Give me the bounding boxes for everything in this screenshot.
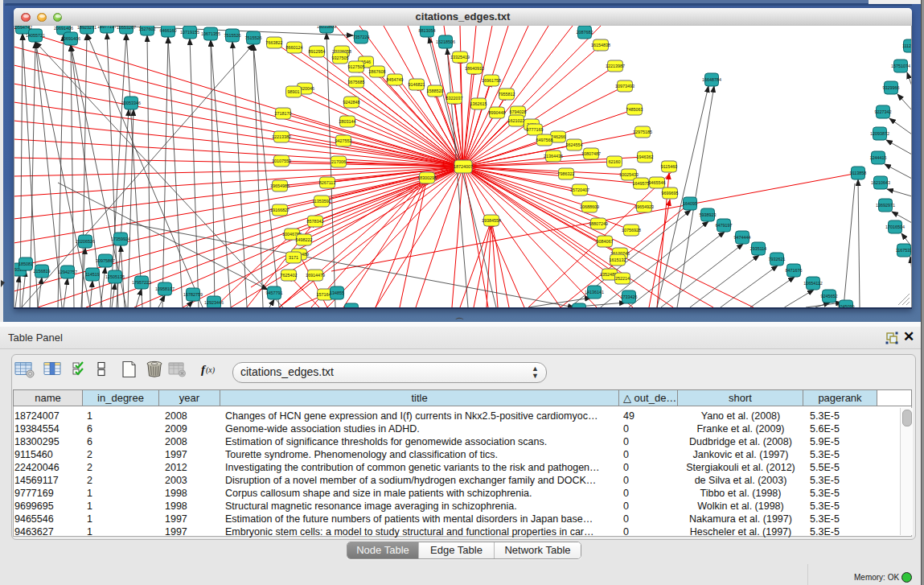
svg-text:16648784: 16648784 <box>702 77 721 82</box>
svg-text:30975867: 30975867 <box>96 258 115 263</box>
svg-text:1167533: 1167533 <box>896 248 912 253</box>
svg-text:3171: 3171 <box>289 255 298 260</box>
svg-text:12942757: 12942757 <box>58 270 77 274</box>
svg-text:7515526: 7515526 <box>245 35 262 40</box>
svg-text:10688609: 10688609 <box>580 204 599 209</box>
svg-text:19654923: 19654923 <box>634 204 654 209</box>
svg-text:6466160: 6466160 <box>160 28 177 33</box>
svg-text:9427552: 9427552 <box>335 138 352 143</box>
svg-text:9474444: 9474444 <box>734 235 751 240</box>
svg-text:9146821: 9146821 <box>409 82 425 87</box>
svg-text:16033809: 16033809 <box>317 26 336 29</box>
svg-text:18923271: 18923271 <box>77 26 97 30</box>
svg-text:10756928: 10756928 <box>622 228 641 233</box>
svg-text:7485063: 7485063 <box>626 107 643 112</box>
svg-text:20053346: 20053346 <box>121 101 141 105</box>
svg-text:19166827: 19166827 <box>270 208 290 212</box>
svg-text:9127505: 9127505 <box>348 64 365 69</box>
svg-text:16154838: 16154838 <box>591 43 610 47</box>
svg-text:10719155: 10719155 <box>180 30 199 35</box>
svg-text:20206526: 20206526 <box>76 239 95 244</box>
svg-text:7515526: 7515526 <box>224 33 241 38</box>
svg-text:20691406: 20691406 <box>54 26 73 31</box>
svg-text:1621022: 1621022 <box>508 118 525 123</box>
svg-text:12213987: 12213987 <box>606 64 625 68</box>
svg-text:1946362: 1946362 <box>637 154 654 159</box>
svg-text:9329966: 9329966 <box>883 85 900 90</box>
svg-text:17957223: 17957223 <box>132 280 151 285</box>
svg-text:5938923: 5938923 <box>700 212 717 217</box>
svg-text:19654985: 19654985 <box>270 183 290 188</box>
svg-text:(x): (x) <box>206 365 216 375</box>
svg-text:15218506: 15218506 <box>436 39 455 44</box>
svg-text:8660124: 8660124 <box>286 45 303 50</box>
svg-text:2087682: 2087682 <box>577 30 593 35</box>
svg-text:7955812: 7955812 <box>499 92 515 97</box>
svg-text:17359924: 17359924 <box>111 237 130 241</box>
svg-text:7357224: 7357224 <box>353 35 370 39</box>
svg-text:9327505: 9327505 <box>332 56 349 60</box>
svg-text:8813054: 8813054 <box>419 28 436 33</box>
svg-text:1649575: 1649575 <box>633 181 650 186</box>
svg-text:3675685: 3675685 <box>348 80 365 84</box>
svg-text:13325419: 13325419 <box>450 55 470 60</box>
svg-text:8990448: 8990448 <box>489 110 506 115</box>
svg-text:16914479: 16914479 <box>306 273 325 278</box>
svg-text:8454749: 8454749 <box>387 77 404 82</box>
svg-text:10958107: 10958107 <box>155 286 175 291</box>
svg-text:10671355: 10671355 <box>201 31 220 36</box>
svg-text:9084067: 9084067 <box>597 239 614 244</box>
svg-text:12975185: 12975185 <box>633 130 652 134</box>
svg-text:12093872: 12093872 <box>870 131 889 136</box>
svg-text:10973493: 10973493 <box>615 84 634 89</box>
svg-text:9113858: 9113858 <box>850 171 867 175</box>
svg-text:9245652: 9245652 <box>821 294 838 299</box>
svg-text:10025433: 10025433 <box>619 172 639 177</box>
svg-text:18807249: 18807249 <box>589 221 608 226</box>
svg-text:1588520: 1588520 <box>427 89 444 93</box>
svg-text:3624554: 3624554 <box>566 142 583 147</box>
svg-text:1615132: 1615132 <box>610 257 626 262</box>
svg-text:10807487: 10807487 <box>581 151 601 156</box>
svg-text:9777169: 9777169 <box>527 127 544 132</box>
svg-text:7663822: 7663822 <box>266 40 283 45</box>
svg-text:19384554: 19384554 <box>482 218 501 223</box>
svg-text:10553267: 10553267 <box>117 26 136 30</box>
svg-text:9699695: 9699695 <box>662 191 679 196</box>
svg-text:6497568: 6497568 <box>536 138 553 142</box>
svg-text:8578342: 8578342 <box>307 219 324 224</box>
svg-text:1362615: 1362615 <box>470 101 487 106</box>
svg-text:10107553: 10107553 <box>272 159 291 163</box>
svg-text:1527602: 1527602 <box>139 27 156 31</box>
svg-text:13692971: 13692971 <box>876 203 895 208</box>
svg-text:7625402: 7625402 <box>281 273 298 278</box>
svg-text:12923446: 12923446 <box>204 300 224 305</box>
svg-text:185081: 185081 <box>18 262 33 266</box>
svg-text:217006: 217006 <box>331 159 346 164</box>
svg-text:62160: 62160 <box>609 159 621 164</box>
svg-text:21364436: 21364436 <box>544 154 563 159</box>
svg-text:746266: 746266 <box>551 134 565 139</box>
svg-text:16961758: 16961758 <box>482 78 501 83</box>
svg-text:7932621: 7932621 <box>769 257 786 262</box>
svg-text:14136141: 14136141 <box>585 290 604 295</box>
svg-text:1733426: 1733426 <box>621 295 638 299</box>
svg-text:20691406: 20691406 <box>61 36 80 41</box>
svg-text:2803144: 2803144 <box>339 119 356 124</box>
svg-text:12213382: 12213382 <box>272 134 291 139</box>
svg-text:2935114: 2935114 <box>750 246 767 251</box>
svg-text:6479197: 6479197 <box>716 223 733 228</box>
svg-text:5322037: 5322037 <box>446 96 463 101</box>
svg-text:15720407: 15720407 <box>570 187 589 192</box>
svg-text:134855: 134855 <box>330 290 344 295</box>
svg-text:9227342: 9227342 <box>875 109 892 114</box>
svg-text:8267113: 8267113 <box>319 180 336 185</box>
svg-text:2156819: 2156819 <box>34 269 51 274</box>
svg-text:5498222: 5498222 <box>296 237 313 242</box>
svg-text:2867608: 2867608 <box>369 69 386 74</box>
svg-text:164095: 164095 <box>683 201 697 206</box>
svg-text:9242848: 9242848 <box>343 100 360 105</box>
svg-text:15751074: 15751074 <box>891 64 910 68</box>
svg-text:9457791: 9457791 <box>266 290 283 295</box>
svg-text:10654112: 10654112 <box>803 281 823 286</box>
